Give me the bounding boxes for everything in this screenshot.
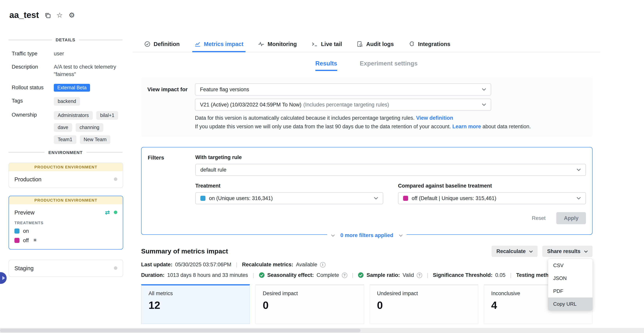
tab-audit-logs[interactable]: Audit logs bbox=[357, 36, 394, 52]
environment-status-dot bbox=[114, 266, 117, 270]
production-environment-banner: PRODUCTION ENVIRONMENT bbox=[9, 163, 123, 171]
menu-item-copy-url[interactable]: Copy URL bbox=[548, 298, 592, 310]
tab-bar: Definition Metrics impact Monitoring Liv… bbox=[132, 36, 600, 52]
tab-live-tail[interactable]: Live tail bbox=[312, 36, 342, 52]
menu-item-csv[interactable]: CSV bbox=[548, 259, 592, 272]
baseline-treatment-label: Compared against baseline treatment bbox=[398, 183, 586, 189]
chevron-down-icon bbox=[331, 234, 335, 236]
divider: | bbox=[252, 272, 254, 278]
view-definition-link[interactable]: View definition bbox=[416, 115, 453, 121]
owner-pill[interactable]: Team1 bbox=[54, 135, 76, 144]
rollout-status-badge: External Beta bbox=[54, 84, 90, 92]
tab-metrics-impact[interactable]: Metrics impact bbox=[194, 36, 244, 52]
view-impact-label: View impact for bbox=[147, 84, 195, 131]
treatment-off-label: off bbox=[23, 237, 29, 243]
scrollbar-thumb[interactable] bbox=[0, 329, 360, 332]
learn-more-link[interactable]: Learn more bbox=[452, 124, 481, 129]
gear-icon[interactable]: ⚙ bbox=[68, 12, 75, 19]
environment-name: Preview bbox=[14, 209, 34, 216]
sidebar: DETAILS Traffic type user Description A/… bbox=[0, 31, 131, 328]
treatment-on-swatch bbox=[200, 196, 206, 201]
owner-pill[interactable]: channing bbox=[76, 123, 103, 132]
info-icon[interactable]: ? bbox=[342, 272, 347, 278]
version-value: V21 (Active) (10/03/2022 04:59PM To Now) bbox=[200, 102, 301, 108]
app-header: aa_test ☆ ⚙ bbox=[0, 0, 644, 31]
treatment-row-off: off ✳ bbox=[9, 237, 123, 243]
document-search-icon bbox=[357, 41, 363, 47]
targeting-rule-label: With targeting rule bbox=[195, 154, 586, 160]
summary-header: Summary of metrics impact Recalculate Sh… bbox=[141, 246, 592, 257]
more-filters-toggle[interactable]: 0 more filters applied bbox=[327, 232, 406, 238]
apply-button[interactable]: Apply bbox=[556, 212, 586, 224]
ownership-row: Ownership Administrators bilal+1 dave ch… bbox=[0, 111, 131, 144]
details-section-header: DETAILS bbox=[8, 38, 122, 42]
recalculate-button[interactable]: Recalculate bbox=[492, 246, 538, 257]
tab-integrations[interactable]: Integrations bbox=[408, 36, 450, 52]
metric-card-desired-impact[interactable]: Desired impact 0 bbox=[255, 284, 364, 324]
tags-label: Tags bbox=[12, 97, 54, 104]
reset-button[interactable]: Reset bbox=[532, 215, 546, 221]
chevron-down-icon bbox=[529, 250, 533, 252]
tab-label: Audit logs bbox=[366, 41, 394, 47]
app-window: aa_test ☆ ⚙ DETAILS Traffic type user De… bbox=[0, 0, 644, 333]
info-icon[interactable]: ? bbox=[417, 272, 422, 278]
metric-summary-cards: All metrics 12 Desired impact 0 Undesire… bbox=[141, 284, 592, 324]
menu-item-json[interactable]: JSON bbox=[548, 272, 592, 285]
version-select[interactable]: V21 (Active) (10/03/2022 04:59PM To Now)… bbox=[195, 99, 491, 111]
owner-pill[interactable]: Administrators bbox=[54, 111, 93, 120]
tab-label: Integrations bbox=[418, 41, 450, 47]
info-icon[interactable]: i bbox=[320, 262, 326, 267]
targeting-rule-select[interactable]: default rule bbox=[195, 164, 586, 176]
metric-card-label: Desired impact bbox=[263, 290, 357, 296]
horizontal-scrollbar[interactable] bbox=[0, 328, 644, 333]
treatment-select[interactable]: on (Unique users: 316,341) bbox=[195, 192, 383, 204]
copy-name-icon[interactable] bbox=[45, 12, 51, 18]
recalculate-label: Recalculate bbox=[496, 248, 526, 254]
environment-card-production[interactable]: PRODUCTION ENVIRONMENT Production bbox=[8, 162, 123, 188]
tab-label: Live tail bbox=[321, 41, 342, 47]
treatment-label: Treatment bbox=[195, 183, 383, 189]
description-row: Description A/A test to check telemetry … bbox=[0, 63, 131, 78]
traffic-type-value: user bbox=[54, 50, 123, 58]
environment-name: Production bbox=[14, 176, 42, 182]
environment-card-preview[interactable]: PRODUCTION ENVIRONMENT Preview ⇄ TREATME… bbox=[8, 196, 123, 249]
divider: | bbox=[236, 262, 238, 268]
treatment-off-swatch bbox=[403, 196, 408, 201]
divider: | bbox=[510, 272, 512, 278]
tab-label: Definition bbox=[154, 41, 180, 47]
baseline-treatment-select[interactable]: off (Default | Unique users: 315,461) bbox=[398, 192, 586, 204]
data-retention-note-text: If you update this version we will only … bbox=[195, 124, 451, 129]
star-icon[interactable]: ☆ bbox=[56, 12, 63, 19]
metric-card-all-metrics[interactable]: All metrics 12 bbox=[141, 284, 250, 324]
production-environment-banner: PRODUCTION ENVIRONMENT bbox=[9, 196, 123, 204]
check-circle-icon bbox=[259, 272, 264, 278]
tab-monitoring[interactable]: Monitoring bbox=[258, 36, 297, 52]
rollout-status-row: Rollout status External Beta bbox=[0, 84, 131, 92]
version-type-select[interactable]: Feature flag versions bbox=[195, 84, 491, 96]
owner-pill[interactable]: New Team bbox=[80, 135, 110, 144]
sample-ratio-value: Valid bbox=[403, 272, 414, 278]
traffic-type-label: Traffic type bbox=[12, 50, 54, 58]
subtab-experiment-settings[interactable]: Experiment settings bbox=[360, 60, 418, 71]
environment-card-staging[interactable]: Staging bbox=[8, 260, 123, 277]
treatments-heading: TREATMENTS bbox=[9, 220, 123, 225]
recalculate-metrics-value: Available bbox=[296, 262, 317, 268]
version-calc-note-text: Data for this version is automatically c… bbox=[195, 115, 414, 121]
environment-status-dot bbox=[114, 178, 117, 181]
tab-definition[interactable]: Definition bbox=[144, 36, 180, 52]
metric-card-undesired-impact[interactable]: Undesired impact 0 bbox=[370, 284, 478, 324]
owner-pill[interactable]: dave bbox=[54, 123, 72, 132]
definition-icon bbox=[144, 41, 150, 47]
data-retention-note-tail: about data retention. bbox=[482, 124, 531, 129]
share-results-button[interactable]: Share results bbox=[542, 246, 592, 257]
recalculate-metrics-label: Recalculate metrics: bbox=[242, 262, 293, 268]
duration-value: 1013 days 8 hours and 33 minutes bbox=[167, 272, 248, 278]
baseline-select-value: off (Default | Unique users: 315,461) bbox=[412, 195, 496, 201]
last-update-label: Last update: bbox=[141, 262, 172, 268]
tag-pill[interactable]: backend bbox=[54, 97, 80, 106]
metric-card-label: Undesired impact bbox=[377, 290, 471, 296]
menu-item-pdf[interactable]: PDF bbox=[548, 285, 592, 298]
data-retention-note: If you update this version we will only … bbox=[195, 122, 586, 131]
owner-pill[interactable]: bilal+1 bbox=[96, 111, 118, 120]
subtab-results[interactable]: Results bbox=[315, 60, 337, 71]
